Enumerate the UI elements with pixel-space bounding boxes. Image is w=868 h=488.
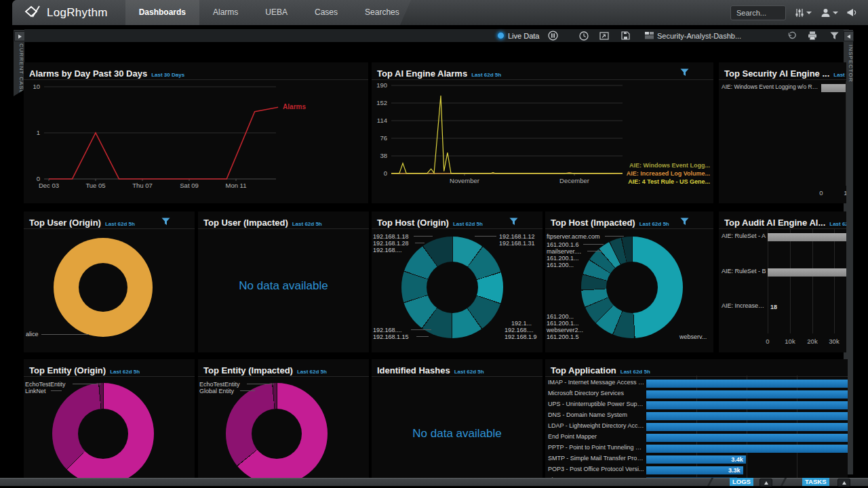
bar-label: AIE: Windows Event Logging w/o Res... [722,83,821,90]
svg-text:0: 0 [384,169,387,177]
panel-identified-hashes: Identified HashesLast 62d 5h No data ava… [372,359,542,478]
callout-line [605,236,624,237]
panel-top-user-origin: Top User (Origin)Last 62d 5h alice [24,211,195,352]
pause-icon[interactable] [548,29,558,42]
security-ai-engine-chart: AIE: Windows Event Logging w/o Res...01 [719,62,846,203]
svg-text:190: 190 [376,81,387,89]
expand-inspector-icon[interactable] [844,31,854,41]
time-range-clock-icon[interactable] [579,29,589,42]
chart-label: 192.168.1.28 [373,240,409,247]
bar-label: UPS - Uninterruptible Power Supply [548,401,644,407]
ai-engine-alarms-chart: 19015211476380NovemberDecemberAIE: Windo… [372,81,713,203]
tab-dashboards[interactable]: Dashboards [125,0,199,25]
top-audit-ai-engine-chart: AIE: RuleSet - AAIE: RuleSet - BAIE: Inc… [719,211,846,352]
chart-legend: AIE: Windows Event Logg...AIE: Increased… [627,161,710,186]
bar [821,84,846,92]
save-icon[interactable] [621,29,630,42]
panel-subtitle: Last 30 Days [151,72,184,78]
bar-label: AIE: Increased ... [722,302,768,309]
notifications-icon[interactable] [847,8,859,17]
alarms-by-day-chart: 1010Dec 03Tue 05Thu 07Sat 09Mon 11Alarms [24,81,368,203]
panel-top-entity-impacted: Top Entity (Impacted)Last 62d 5h EchoTes… [198,359,369,478]
chart-label: 161.200.1.6 [547,241,579,248]
chart-label: alice [26,331,39,338]
svg-text:1: 1 [37,129,40,136]
chart-label: LinkNet [25,388,46,394]
export-icon[interactable] [599,29,609,42]
dashboard-selector-label: Security-Analyst-Dashb... [657,32,741,40]
panel-security-ai-engine: Top Security AI Engine ...Last 62d 5h AI… [719,62,846,203]
svg-text:Alarms: Alarms [283,103,306,110]
filter-icon[interactable] [830,29,839,42]
svg-text:114: 114 [377,117,387,124]
tab-searches[interactable]: Searches [351,0,413,25]
logrhythm-logo: LogRhythm [12,5,125,20]
callout-line [41,334,89,335]
tab-cases[interactable]: Cases [301,0,351,25]
chart-label: webserv... [679,333,707,340]
chevron-down-icon [806,12,812,14]
svg-text:December: December [559,177,589,184]
bottom-status-bar: LOGS TASKS [0,478,868,486]
top-application-chart: IMAP - Internet Message Access Pr...Micr… [545,359,848,478]
chart-label: 161.200.1... [547,255,579,262]
callout-line [51,390,62,391]
search-input[interactable]: Search... [730,5,786,20]
bar-label: LDAP - Lightweight Directory Acce... [548,422,644,429]
live-data-toggle[interactable]: Live Data [497,29,539,42]
chart-label: Global Entity [199,388,234,394]
callout-line [587,251,602,251]
dashboard-selector[interactable]: Security-Analyst-Dashb... [645,29,741,42]
chart-label: webserver2... [547,327,583,333]
callout-line [240,390,255,391]
print-icon[interactable] [808,29,817,42]
no-data-message: No data available [198,279,369,293]
svg-text:Sat 09: Sat 09 [180,182,198,189]
expand-current-case-icon[interactable] [14,31,25,41]
tasks-expand-icon[interactable] [837,479,850,487]
svg-text:Thu 07: Thu 07 [132,182,153,189]
chart-label: 192.168.1.31 [499,240,535,247]
svg-text:Mon 11: Mon 11 [226,182,247,189]
logs-expand-icon[interactable] [760,479,772,487]
axis-tick: 1 [844,189,846,197]
svg-text:Tue 05: Tue 05 [85,182,105,189]
bar-label: PPTP - Point to Point Tunneling Pr... [548,444,644,451]
panel-ai-engine-alarms: Top AI Engine AlarmsLast 62d 5h 19015211… [372,62,713,203]
donut-hole [78,409,128,459]
bar [646,412,848,420]
nav-strip: LogRhythm Dashboards Alarms UEBA Cases S… [12,0,411,25]
top-entity-origin-chart: EchoTestEntityLinkNet [24,359,195,478]
chart-label: 192.168.1.9 [505,333,537,340]
tab-alarms[interactable]: Alarms [199,0,252,25]
tab-ueba[interactable]: UEBA [252,0,301,25]
logrhythm-logo-icon [23,5,42,20]
bar-label: DNS - Domain Name System [548,411,644,418]
user-profile-icon[interactable] [821,8,838,18]
tasks-drawer-button[interactable]: TASKS [802,478,829,486]
donut-hole [606,262,658,313]
gridline [834,229,835,333]
chart-label: 161.200... [547,262,574,268]
bar [646,401,848,409]
chart-label: 161.200.1... [547,320,579,327]
current-case-tab[interactable]: CURRENT CASE [14,30,24,96]
panel-title: Alarms by Day Past 30 Days [29,68,147,79]
logs-drawer-button[interactable]: LOGS [730,478,753,486]
bar [646,390,848,399]
bar-label: POP3 - Post Office Protocol Versi... [548,466,644,472]
callout-line [411,329,431,330]
chart-label: 192.168.1.12 [499,233,535,240]
undo-icon[interactable] [787,29,796,42]
legend-entry: AIE: 4 Test Rule - US Gene... [627,178,710,186]
axis-tick: 0 [819,189,823,197]
filter-icon[interactable] [680,67,689,79]
top-user-origin-chart: alice [24,211,195,352]
filter-settings-icon[interactable] [795,8,812,18]
bar-label: AIE: RuleSet - A [722,232,768,239]
bar [768,233,846,241]
tab-reports[interactable]: Reports [413,0,469,25]
chart-label: 192.168.... [373,247,402,253]
top-navigation-bar: LogRhythm Dashboards Alarms UEBA Cases S… [12,0,868,25]
axis-tick: 0 [766,338,769,345]
